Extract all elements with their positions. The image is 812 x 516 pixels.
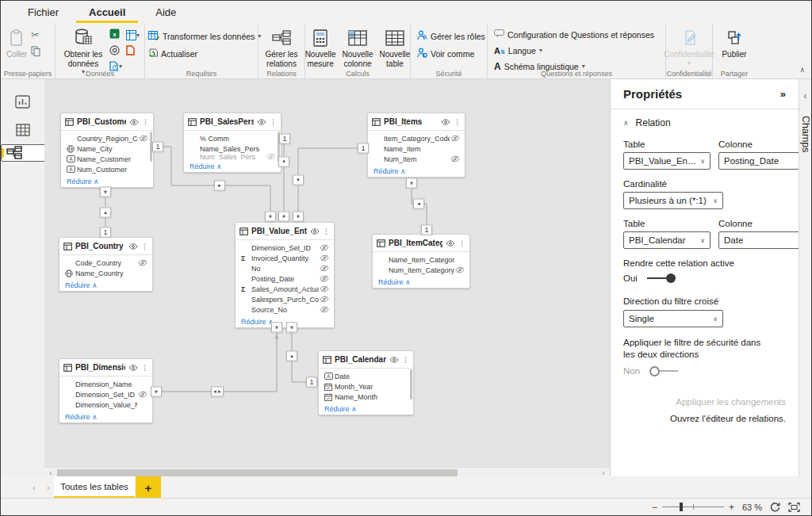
more-options-icon[interactable]: ⋮ <box>323 227 330 235</box>
more-options-icon[interactable]: ⋮ <box>270 118 277 126</box>
field-row[interactable]: Num_Item <box>368 154 465 164</box>
cardinality-marker[interactable]: 1 <box>358 143 369 154</box>
field-row[interactable]: ΣInvoiced_Quantity <box>236 253 334 263</box>
field-row[interactable]: ΣSales_Amount_Actual <box>236 284 334 294</box>
paste-button[interactable]: Coller <box>4 26 29 61</box>
menu-fichier[interactable]: Fichier <box>15 3 71 23</box>
field-row[interactable]: % Comm <box>184 133 281 143</box>
filter-direction-arrow[interactable]: ◄► <box>211 387 224 397</box>
qna-setup-button[interactable]: Configuration de Questions et réponses <box>494 28 654 41</box>
manage-relationships-button[interactable]: Gérer les relations <box>262 26 301 70</box>
cardinality-select[interactable]: Plusieurs à un (*:1) ∨ <box>623 192 723 209</box>
field-row[interactable]: Dimension_Value_Name <box>59 399 152 410</box>
table-card-PBI_SalesPerson[interactable]: PBI_SalesPerson⋮% CommName_Sales_PersNum… <box>183 113 282 173</box>
cardinality-marker[interactable]: 1 <box>279 134 290 144</box>
cardinality-marker[interactable]: * <box>271 323 282 333</box>
filter-direction-arrow[interactable]: ▲ <box>100 208 111 218</box>
security-filter-toggle[interactable] <box>649 365 678 376</box>
table1-select[interactable]: PBI_Value_Entry ∨ <box>623 152 710 170</box>
collapse-table-link[interactable]: Réduire ∧ <box>241 318 274 326</box>
eye-icon[interactable] <box>389 357 399 363</box>
collapse-table-link[interactable]: Réduire ∧ <box>65 281 98 289</box>
collapse-table-link[interactable]: Réduire ∧ <box>67 178 99 185</box>
collapse-table-link[interactable]: Réduire ∧ <box>373 167 406 175</box>
field-row[interactable]: Name_Item <box>368 143 465 154</box>
filter-direction-arrow[interactable]: ∧ <box>272 334 282 343</box>
more-options-icon[interactable]: ⋮ <box>142 118 149 126</box>
relationship-line-PBI_Value_Entry-PBI_DimensionsSetID[interactable] <box>151 323 277 392</box>
dataset-icon[interactable]: ▾ <box>126 30 140 40</box>
cut-icon[interactable]: ✂ <box>31 29 40 40</box>
field-row[interactable]: Name_Month <box>319 392 413 402</box>
eye-icon[interactable] <box>128 243 138 250</box>
open-relationship-editor-link[interactable]: Ouvrez l'éditeur de relations. <box>623 414 786 423</box>
new-column-button[interactable]: Nouvelle colonne <box>340 26 376 70</box>
cardinality-marker[interactable]: * <box>293 212 304 222</box>
table-card-PBI_Items[interactable]: PBI_Items⋮Item_Category_CodeName_ItemNum… <box>367 113 465 178</box>
filter-direction-arrow[interactable]: ▼ <box>293 175 304 185</box>
cardinality-marker[interactable]: 1 <box>421 225 432 235</box>
cardinality-marker[interactable]: * <box>278 212 289 222</box>
menu-accueil[interactable]: Accueil <box>76 3 138 23</box>
filter-direction-arrow[interactable]: ▲ <box>286 351 297 361</box>
confidentiality-button[interactable]: Confidentialité ▾ <box>665 26 713 68</box>
field-row[interactable]: Item_Category_Code <box>368 133 465 143</box>
cardinality-marker[interactable]: * <box>406 178 417 189</box>
cardinality-marker[interactable]: 1 <box>152 142 163 152</box>
fit-to-screen-icon[interactable] <box>788 503 800 512</box>
eye-icon[interactable] <box>129 119 139 125</box>
sql-file-icon[interactable] <box>126 44 140 59</box>
active-relation-toggle[interactable] <box>647 273 676 284</box>
relation-section-header[interactable]: ∧ Relation <box>623 117 786 128</box>
tab-nav-right-icon[interactable]: › <box>47 483 50 492</box>
eye-icon[interactable] <box>128 365 138 371</box>
more-options-icon[interactable]: ⋮ <box>141 243 148 250</box>
table-card-PBI_Country[interactable]: PBI_Country⋮Code_CountryName_CountryRédu… <box>59 237 153 292</box>
tab-nav-left-icon[interactable]: ‹ <box>33 483 36 492</box>
table-card-PBI_Calendar[interactable]: PBI_Calendar⋮ADateMonth_YearName_MonthRé… <box>318 350 414 415</box>
field-row[interactable]: Dimension_Set_ID <box>59 389 152 399</box>
collapse-panel-icon[interactable]: » <box>780 88 786 100</box>
cardinality-marker[interactable]: * <box>151 387 162 397</box>
copy-icon[interactable] <box>31 45 40 59</box>
cardinality-marker[interactable]: * <box>265 212 276 222</box>
field-row[interactable]: Dimension_Name <box>59 379 152 389</box>
field-row[interactable]: Source_No <box>236 304 334 315</box>
more-options-icon[interactable]: ⋮ <box>458 239 465 247</box>
collapse-ribbon-icon[interactable]: ∧ <box>799 66 805 74</box>
field-row[interactable]: Posting_Date <box>236 273 334 284</box>
card-scrollbar[interactable] <box>410 369 412 399</box>
field-row[interactable]: Name_Sales_Pers <box>184 143 281 154</box>
reset-zoom-icon[interactable] <box>770 502 780 512</box>
field-row[interactable]: Country_Region_Code <box>61 133 153 143</box>
menu-aide[interactable]: Aide <box>143 3 189 23</box>
filter-direction-arrow[interactable]: ▼ <box>278 157 289 167</box>
fields-tab-label[interactable]: Champs <box>800 116 811 153</box>
add-layout-button[interactable]: + <box>136 476 161 499</box>
refresh-button[interactable]: Actualiser <box>148 47 197 60</box>
filter-direction-arrow[interactable]: ► <box>214 181 225 191</box>
cardinality-marker[interactable]: 1 <box>100 227 111 238</box>
zoom-slider-thumb[interactable] <box>680 503 683 511</box>
report-view-button[interactable] <box>1 87 44 116</box>
zoom-out-icon[interactable]: − <box>652 502 657 513</box>
table2-select[interactable]: PBI_Calendar ∨ <box>623 231 710 249</box>
column2-select[interactable]: Date ∨ <box>718 231 799 249</box>
collapse-table-link[interactable]: Réduire ∧ <box>378 278 411 286</box>
eye-icon[interactable] <box>446 240 455 247</box>
view-as-button[interactable]: Voir comme <box>417 47 474 60</box>
collapse-table-link[interactable]: Réduire ∧ <box>190 162 222 170</box>
publish-button[interactable]: Publier <box>716 26 753 61</box>
field-row[interactable]: Name_City <box>61 143 153 154</box>
data-view-button[interactable] <box>1 116 44 144</box>
excel-icon[interactable]: x <box>109 28 122 42</box>
language-button[interactable]: A⇅ Langue ▾ <box>494 44 542 57</box>
field-row[interactable]: Month_Year <box>319 381 413 392</box>
new-table-button[interactable]: Nouvelle table <box>377 26 412 70</box>
eye-icon[interactable] <box>257 119 266 125</box>
table-card-PBI_DimensionsSetID[interactable]: PBI_DimensionsSetID⋮Dimension_NameDimens… <box>59 358 153 423</box>
eye-icon[interactable] <box>441 119 450 125</box>
collapse-table-link[interactable]: Réduire ∧ <box>324 405 357 413</box>
table-card-PBI_ItemCategory[interactable]: PBI_ItemCategory⋮Name_Item_CategoryNum_I… <box>372 234 470 289</box>
manage-roles-button[interactable]: Gérer les rôles <box>417 29 485 43</box>
